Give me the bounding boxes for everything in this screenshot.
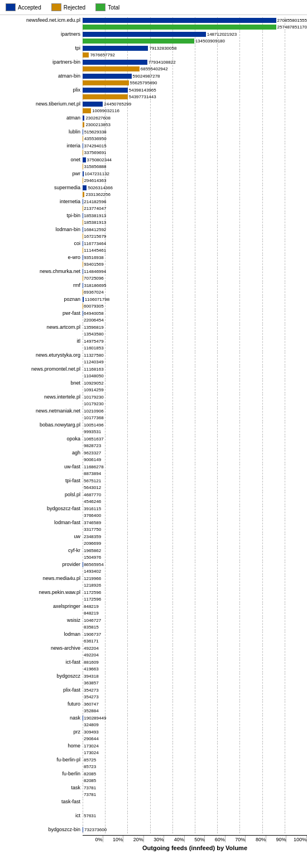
accepted-bar-label: 848219 [84, 604, 99, 609]
rejected-bar-line: 5643012 [83, 485, 307, 491]
accepted-bar-label: 354273 [84, 688, 99, 693]
row-label: lodman-fast [0, 520, 83, 526]
bars-wrapper: 1047231132294614363 [83, 171, 307, 184]
bars-wrapper: 354273354273 [83, 687, 307, 701]
accepted-bar-line: 57631 [83, 813, 307, 819]
accepted-bar-label: 5675121 [84, 478, 101, 483]
table-row: fu-berlin8208582085 [0, 771, 307, 784]
bar-group: 96233279006149 [83, 450, 307, 463]
accepted-bar-line: 515629338 [83, 129, 307, 135]
bar-group: 1359681913543580 [83, 324, 307, 337]
bar-group: 5439814396554397731443 [83, 87, 307, 100]
rejected-bar [83, 66, 140, 71]
bar-group: 23026276082300213853 [83, 115, 307, 128]
rejected-bar-label: 835815 [84, 625, 99, 630]
row-label: provider [0, 562, 83, 568]
accepted-bar-line: 10210906 [83, 408, 307, 414]
row-label: interia [0, 143, 83, 149]
rejected-bar-line: 2300213853 [83, 122, 307, 128]
accepted-bar-line [83, 799, 307, 805]
legend: Accepted Rejected Total [0, 0, 307, 15]
bars-wrapper: 8572585723 [83, 757, 307, 770]
accepted-bar-label: 168412592 [84, 227, 106, 232]
table-row: news.promontel.net.pl1116816311048050 [0, 366, 307, 380]
rejected-bar-line: 185381913 [83, 219, 307, 226]
bars-wrapper: 110607179860079305 [83, 296, 307, 310]
accepted-bar-line: 9623327 [83, 450, 307, 456]
bar-group: 31818669569367024 [83, 282, 307, 295]
rejected-bar-label: 13543580 [84, 332, 104, 337]
accepted-bar-label: 732373600 [84, 827, 107, 832]
bars-wrapper: 148712021923134503909180 [83, 31, 307, 45]
accepted-bar-line: 5675121 [83, 478, 307, 484]
accepted-label: Accepted [18, 4, 41, 11]
row-label: pwr-fast [0, 310, 83, 316]
bars-wrapper: 360747352884 [83, 701, 307, 714]
table-row: e-wro9351693893401569 [0, 255, 307, 268]
row-label: bydgoszcz-bin [0, 827, 83, 833]
rejected-bar-label: 1504976 [84, 555, 101, 560]
rejected-bar-line: 70725096 [83, 275, 307, 281]
bars-wrapper: 23026276082300213853 [83, 115, 307, 128]
accepted-bar-label: 1965862 [84, 548, 101, 553]
bars-wrapper: 7793410882268555402942 [83, 59, 307, 73]
legend-accepted: Accepted [6, 3, 41, 11]
bars-wrapper: 848219848219 [83, 603, 307, 617]
row-label: lublin [0, 129, 83, 135]
bar-group: 100514969993531 [83, 422, 307, 435]
row-label: itl [0, 338, 83, 344]
accepted-bar-line: 2302627608 [83, 115, 307, 121]
bars-wrapper: 6494005822006454 [83, 310, 307, 324]
x-tick-20: 20% [123, 836, 144, 842]
rejected-bar-line: 13543580 [83, 331, 307, 337]
bars-wrapper: 50263143662331362256 [83, 185, 307, 198]
bar-group: 7793410882268555402942 [83, 59, 307, 72]
table-row: news.eturystyka.org1132758011240349 [0, 352, 307, 366]
bars-wrapper: 9351693893401569 [83, 255, 307, 268]
row-label: agh [0, 450, 83, 456]
rejected-bar-label: 294614363 [84, 178, 106, 183]
accepted-bar-label: 3746589 [84, 520, 101, 525]
bar-group: 116862788873894 [83, 464, 307, 477]
table-row: ipartners148712021923134503909180 [0, 31, 307, 45]
accepted-bar-label: 394318 [84, 674, 99, 679]
bar-group: 309493290644 [83, 729, 307, 742]
table-row: bnet1092905210914259 [0, 380, 307, 394]
bars-wrapper: 11725961172596 [83, 589, 307, 603]
bar-group: 3750802344315856888 [83, 157, 307, 170]
table-row: news.netmaniak.net1021090610177368 [0, 408, 307, 421]
rejected-bar-line [83, 819, 307, 826]
accepted-bar-label: 318186695 [84, 283, 106, 288]
bars-wrapper: 168412592167215679 [83, 227, 307, 240]
bar-group: 374294015337569691 [83, 143, 307, 156]
bars-wrapper: 394318363857 [83, 673, 307, 687]
rejected-bar-line: 352884 [83, 708, 307, 714]
table-row: provider865659541493402 [0, 562, 307, 575]
rejected-bar-label: 10099032116 [92, 108, 119, 113]
rejected-bar-label: 9006149 [84, 457, 101, 462]
bars-wrapper: 1359681913543580 [83, 324, 307, 338]
accepted-bar-label: 59024987278 [133, 74, 160, 79]
rejected-label: Rejected [64, 4, 85, 11]
row-label: prz [0, 729, 83, 735]
row-label: poznan [0, 296, 83, 303]
bar-group: 354273354273 [83, 687, 307, 700]
bars-wrapper: 11484699470725096 [83, 268, 307, 282]
row-label: plix [0, 87, 83, 93]
bars-wrapper: 100514969993531 [83, 422, 307, 435]
bars-wrapper: 732373600 [83, 827, 307, 833]
rejected-bar-line: 294614363 [83, 178, 307, 184]
rejected-bar-label: 1172596 [84, 597, 101, 602]
x-tick-70: 70% [226, 836, 246, 842]
accepted-bar-line: 79132830058 [83, 45, 307, 51]
row-label: opoka [0, 436, 83, 442]
rejected-bar-line: 9993531 [83, 429, 307, 435]
bars-wrapper: 1092905210914259 [83, 380, 307, 394]
accepted-bar-line: 360747 [83, 701, 307, 707]
rejected-bar-line: 60079305 [83, 303, 307, 309]
accepted-bar-label: 173024 [84, 744, 99, 749]
accepted-bar [83, 18, 276, 23]
bar-group: 1497547911601853 [83, 338, 307, 351]
rejected-bar-label: 419663 [84, 666, 99, 672]
bar-group: 1092905210914259 [83, 380, 307, 393]
